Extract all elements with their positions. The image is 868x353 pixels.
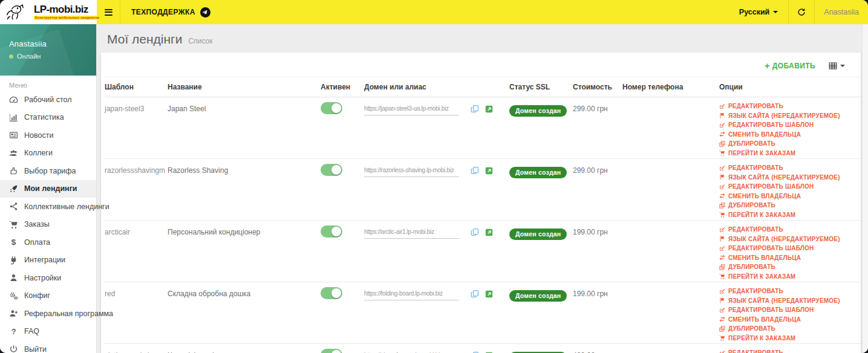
open-site-button[interactable] [485, 228, 493, 238]
option-link-transfer[interactable]: СМЕНИТЬ ВЛАДЕЛЬЦА [719, 193, 857, 199]
open-site-button[interactable] [485, 105, 493, 115]
phone-cell [622, 159, 719, 221]
option-link-language[interactable]: ЯЗЫК САЙТА (НЕРЕДАКТИРУЕМОЕ) [719, 112, 857, 119]
external-link-icon [485, 105, 493, 113]
news-icon [9, 131, 18, 140]
domain-input[interactable] [364, 103, 459, 115]
sidebar-item-news[interactable]: Новости [0, 126, 96, 144]
option-link-edit[interactable]: РЕДАКТИРОВАТЬ [719, 288, 857, 294]
logo[interactable]: LP-mobi.biz Конструктор мобильных лендин… [0, 0, 97, 24]
option-link-transfer[interactable]: СМЕНИТЬ ВЛАДЕЛЬЦА [719, 131, 857, 138]
copy-domain-button[interactable] [471, 290, 479, 300]
table-header-row: ШаблонНазваниеАктивенДомен или алиасСтат… [105, 77, 861, 97]
external-link-icon [485, 167, 493, 175]
active-toggle[interactable] [321, 225, 342, 238]
language-label: Русский [739, 8, 770, 16]
sidebar-user-panel: Anastasiia Онлайн [0, 24, 96, 76]
add-button[interactable]: + ДОБАВИТЬ [765, 62, 815, 70]
domain-input[interactable] [364, 350, 459, 353]
users-icon [9, 149, 18, 158]
option-link-duplicate[interactable]: ДУБЛИРОВАТЬ [719, 202, 857, 209]
sidebar-item-plug[interactable]: Интеграции [0, 251, 96, 270]
sidebar-item-users[interactable]: Коллеги [0, 144, 96, 163]
copy-domain-button[interactable] [471, 228, 479, 238]
sidebar-item-hand[interactable]: Выбор тарифа [0, 162, 96, 180]
template-cell: razorlessshavingm [105, 159, 168, 221]
sidebar-toggle-button[interactable] [97, 0, 120, 24]
option-link-duplicate[interactable]: ДУБЛИРОВАТЬ [719, 264, 857, 270]
online-status-label: Онлайн [17, 53, 41, 60]
chart-icon [9, 113, 18, 122]
domain-input[interactable] [364, 165, 459, 177]
open-site-button[interactable] [485, 167, 493, 176]
person-icon [9, 273, 18, 282]
sidebar-item-label: Интеграции [24, 256, 65, 264]
option-link-cart[interactable]: ПЕРЕЙТИ К ЗАКАЗАМ [719, 212, 857, 218]
option-link-language[interactable]: ЯЗЫК САЙТА (НЕРЕДАКТИРУЕМОЕ) [719, 174, 857, 181]
option-link-edit[interactable]: РЕДАКТИРОВАТЬ [719, 164, 857, 171]
active-toggle[interactable] [321, 102, 342, 114]
domain-input[interactable] [364, 288, 459, 300]
option-link-cart[interactable]: ПЕРЕЙТИ К ЗАКАЗАМ [719, 273, 857, 280]
option-link-edit[interactable]: РЕДАКТИРОВАТЬ [719, 103, 857, 109]
sidebar-item-label: Коллеги [24, 149, 53, 157]
active-toggle[interactable] [321, 164, 342, 176]
scrollbar[interactable] [862, 24, 868, 353]
language-icon [719, 174, 725, 180]
option-link-transfer[interactable]: СМЕНИТЬ ВЛАДЕЛЬЦА [719, 316, 857, 323]
phone-cell [622, 221, 719, 282]
person-plus-icon [9, 309, 18, 318]
sidebar-item-rocket[interactable]: Мои лендинги [0, 180, 96, 198]
active-toggle[interactable] [321, 349, 342, 353]
ssl-status-badge: Домен создан [509, 167, 567, 178]
copy-domain-button[interactable] [471, 166, 479, 176]
option-link-duplicate[interactable]: ДУБЛИРОВАТЬ [719, 325, 857, 332]
domain-input[interactable] [364, 227, 459, 239]
option-link-edit[interactable]: РЕДАКТИРОВАТЬ ШАБЛОН [719, 121, 857, 128]
name-cell: Персональний кондиціонер [168, 221, 321, 282]
sidebar-item-label: Коллективные лендинги [24, 202, 109, 211]
sidebar-item-cart[interactable]: Заказы [0, 216, 96, 234]
duplicate-icon [719, 264, 725, 270]
column-header: Стоимость [573, 77, 622, 97]
language-icon [719, 112, 725, 118]
dog-logo-icon [5, 3, 30, 21]
option-link-edit[interactable]: РЕДАКТИРОВАТЬ ШАБЛОН [719, 183, 857, 190]
edit-icon [719, 227, 725, 233]
sidebar-item-question[interactable]: FAQ [0, 323, 96, 341]
option-link-cart[interactable]: ПЕРЕЙТИ К ЗАКАЗАМ [719, 150, 857, 157]
option-link-edit[interactable]: РЕДАКТИРОВАТЬ ШАБЛОН [719, 245, 857, 251]
option-link-edit[interactable]: РЕДАКТИРОВАТЬ ШАБЛОН [719, 306, 857, 313]
option-link-duplicate[interactable]: ДУБЛИРОВАТЬ [719, 140, 857, 147]
sidebar-item-dollar[interactable]: Оплата [0, 233, 96, 251]
option-link-transfer[interactable]: СМЕНИТЬ ВЛАДЕЛЬЦА [719, 254, 857, 261]
sidebar-item-person-plus[interactable]: Реферальная программа [0, 305, 96, 323]
open-site-button[interactable] [485, 290, 493, 300]
sidebar-item-share[interactable]: Коллективные лендинги [0, 198, 96, 216]
refresh-button[interactable] [789, 0, 814, 24]
option-link-edit[interactable]: РЕДАКТИРОВАТЬ [719, 226, 857, 233]
sidebar-item-person[interactable]: Настройки [0, 269, 96, 287]
sidebar-item-chart[interactable]: Статистика [0, 109, 96, 127]
option-link-edit[interactable]: РЕДАКТИРОВАТЬ [719, 349, 857, 353]
phone-cell [622, 344, 719, 353]
chevron-down-icon [840, 65, 845, 68]
option-link-language[interactable]: ЯЗЫК САЙТА (НЕРЕДАКТИРУЕМОЕ) [719, 236, 857, 242]
gears-icon [9, 291, 18, 300]
option-link-language[interactable]: ЯЗЫК САЙТА (НЕРЕДАКТИРУЕМОЕ) [719, 297, 857, 304]
support-button[interactable]: ТЕХПОДДЕРЖКА [120, 0, 221, 24]
view-selector-button[interactable] [829, 62, 845, 70]
cart-icon [719, 273, 725, 279]
sidebar-item-dashboard[interactable]: Рабочий стол [0, 91, 96, 109]
price-cell: 299.00 грн [573, 97, 622, 159]
sidebar-item-label: Заказы [24, 220, 50, 228]
option-link-cart[interactable]: ПЕРЕЙТИ К ЗАКАЗАМ [719, 335, 857, 342]
copy-domain-button[interactable] [471, 105, 479, 115]
sidebar-item-power[interactable]: Выйти [0, 340, 96, 353]
language-selector[interactable]: Русский [729, 0, 789, 24]
topbar-username[interactable]: Anastasiia [815, 0, 868, 24]
options-cell: РЕДАКТИРОВАТЬЯЗЫК САЙТА (НЕРЕДАКТИРУЕМОЕ… [719, 97, 861, 159]
phone-cell [622, 282, 719, 344]
sidebar-item-gears[interactable]: Конфиг [0, 287, 96, 305]
active-toggle[interactable] [321, 287, 342, 299]
